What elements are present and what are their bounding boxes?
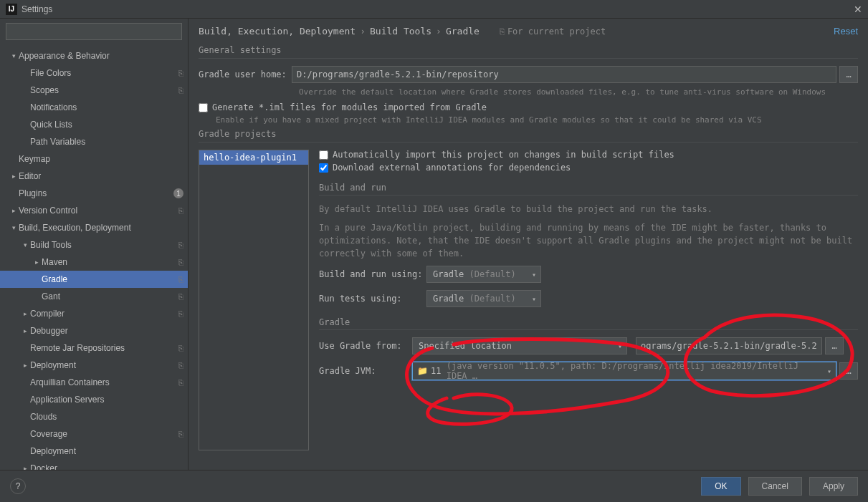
cancel-button[interactable]: Cancel: [748, 477, 802, 496]
browse-button[interactable]: …: [839, 66, 858, 83]
use-gradle-from-label: Use Gradle from:: [319, 341, 412, 351]
chevron-icon: ▸: [9, 207, 19, 214]
apply-button[interactable]: Apply: [809, 477, 858, 496]
sidebar-item-debugger[interactable]: ▸Debugger: [0, 322, 188, 339]
sidebar-item-label: Gradle: [42, 274, 178, 284]
per-project-icon: ⎘: [178, 275, 183, 284]
for-current-project-label: For current project: [500, 26, 606, 37]
sidebar-item-label: Coverage: [30, 429, 178, 439]
chevron-icon: ▸: [20, 327, 30, 334]
sidebar-item-label: Build Tools: [30, 240, 178, 250]
sidebar-item-maven[interactable]: ▸Maven⎘: [0, 254, 188, 271]
sidebar: 🔍 ▾Appearance & BehaviorFile Colors⎘Scop…: [0, 19, 189, 470]
gradle-projects-title: Gradle projects: [199, 129, 858, 143]
sidebar-item-label: Editor: [19, 171, 183, 181]
sidebar-item-version-control[interactable]: ▸Version Control⎘: [0, 202, 188, 219]
help-button[interactable]: ?: [10, 478, 26, 494]
titlebar: IJ Settings ✕: [0, 0, 868, 19]
sidebar-item-clouds[interactable]: Clouds: [0, 408, 188, 425]
sidebar-item-label: Version Control: [19, 206, 178, 216]
sidebar-item-label: Quick Lists: [30, 120, 183, 130]
sidebar-item-file-colors[interactable]: File Colors⎘: [0, 64, 188, 82]
per-project-icon: ⎘: [178, 430, 183, 438]
gradle-project-list[interactable]: hello-idea-plugin1: [199, 150, 309, 450]
per-project-icon: ⎘: [178, 378, 183, 387]
per-project-icon: ⎘: [178, 292, 183, 301]
sidebar-item-editor[interactable]: ▸Editor: [0, 168, 188, 185]
sidebar-item-gant[interactable]: Gant⎘: [0, 288, 188, 305]
sidebar-item-label: Remote Jar Repositories: [30, 343, 178, 353]
gradle-jvm-browse-button[interactable]: …: [839, 362, 858, 380]
run-tests-combo[interactable]: Gradle (Default): [426, 290, 541, 307]
sidebar-item-remote-jar-repositories[interactable]: Remote Jar Repositories⎘: [0, 339, 188, 357]
generate-iml-checkbox[interactable]: [199, 103, 208, 112]
sidebar-item-deployment[interactable]: ▸Deployment⎘: [0, 357, 188, 374]
reset-link[interactable]: Reset: [834, 26, 858, 37]
sidebar-item-deployment[interactable]: Deployment: [0, 443, 188, 460]
sidebar-item-coverage[interactable]: Coverage⎘: [0, 425, 188, 443]
general-settings-title: General settings: [199, 45, 858, 59]
settings-search-input[interactable]: [6, 23, 182, 40]
run-tests-label: Run tests using:: [319, 294, 426, 304]
gradle-jvm-combo[interactable]: 📁 11 (java version "11.0.5", path: D:/pr…: [412, 362, 836, 380]
sidebar-item-label: Gant: [42, 291, 178, 301]
gradle-location-input[interactable]: [636, 337, 822, 354]
gradle-subsection-title: Gradle: [319, 317, 858, 330]
sidebar-item-arquillian-containers[interactable]: Arquillian Containers⎘: [0, 374, 188, 391]
sidebar-item-label: Clouds: [30, 412, 183, 422]
sidebar-item-keymap[interactable]: Keymap: [0, 150, 188, 168]
chevron-icon: ▸: [20, 465, 30, 470]
sidebar-item-label: Scopes: [30, 85, 178, 95]
gradle-jvm-label: Gradle JVM:: [319, 366, 412, 376]
auto-import-checkbox[interactable]: [319, 150, 328, 160]
generate-iml-label: Generate *.iml files for modules importe…: [212, 102, 487, 112]
sidebar-item-notifications[interactable]: Notifications: [0, 99, 188, 116]
sidebar-item-quick-lists[interactable]: Quick Lists: [0, 116, 188, 133]
chevron-icon: ▾: [9, 52, 19, 59]
sidebar-item-label: Deployment: [30, 446, 183, 456]
auto-import-label: Automatically import this project on cha…: [333, 150, 674, 160]
gradle-location-browse-button[interactable]: …: [825, 337, 844, 354]
content-pane: Build, Execution, Deployment›Build Tools…: [189, 19, 868, 470]
per-project-icon: ⎘: [178, 309, 183, 318]
sidebar-item-label: Notifications: [30, 102, 183, 112]
app-logo: IJ: [6, 4, 17, 15]
sidebar-item-path-variables[interactable]: Path Variables: [0, 133, 188, 150]
breadcrumb: Build, Execution, Deployment›Build Tools…: [199, 26, 480, 37]
per-project-icon: ⎘: [178, 344, 183, 352]
sidebar-item-compiler[interactable]: ▸Compiler⎘: [0, 305, 188, 322]
gradle-user-home-input[interactable]: [292, 66, 836, 83]
sidebar-item-label: Plugins: [19, 188, 173, 198]
sidebar-item-label: Arquillian Containers: [30, 377, 178, 387]
per-project-icon: ⎘: [178, 361, 183, 370]
chevron-icon: ▸: [20, 362, 30, 369]
sidebar-item-scopes[interactable]: Scopes⎘: [0, 82, 188, 99]
sidebar-item-label: Path Variables: [30, 137, 183, 147]
sidebar-item-label: Docker: [30, 463, 183, 470]
ok-button[interactable]: OK: [701, 477, 740, 496]
sidebar-item-gradle[interactable]: Gradle⎘: [0, 271, 188, 288]
chevron-icon: ▾: [9, 224, 19, 231]
use-gradle-from-combo[interactable]: Specified location: [412, 337, 627, 354]
sidebar-item-build-tools[interactable]: ▾Build Tools⎘: [0, 236, 188, 254]
generate-iml-hint: Enable if you have a mixed project with …: [216, 115, 858, 125]
download-annotations-checkbox[interactable]: [319, 163, 328, 173]
build-and-run-title: Build and run: [319, 183, 858, 196]
close-icon[interactable]: ✕: [854, 4, 862, 15]
per-project-icon: ⎘: [178, 241, 183, 249]
sidebar-item-application-servers[interactable]: Application Servers: [0, 391, 188, 408]
build-using-combo[interactable]: Gradle (Default): [426, 266, 541, 283]
sidebar-item-docker[interactable]: ▸Docker: [0, 460, 188, 470]
download-annotations-label: Download external annotations for depend…: [333, 163, 571, 173]
badge: 1: [173, 188, 183, 198]
per-project-icon: ⎘: [178, 206, 183, 215]
sidebar-item-label: Build, Execution, Deployment: [19, 223, 183, 233]
per-project-icon: ⎘: [178, 69, 183, 77]
chevron-icon: ▸: [32, 259, 42, 266]
sidebar-item-label: Compiler: [30, 309, 178, 319]
gradle-user-home-hint: Override the default location where Grad…: [299, 87, 858, 97]
sidebar-item-plugins[interactable]: Plugins1: [0, 185, 188, 202]
sidebar-item-appearance-behavior[interactable]: ▾Appearance & Behavior: [0, 47, 188, 64]
sidebar-item-build-execution-deployment[interactable]: ▾Build, Execution, Deployment: [0, 219, 188, 236]
project-list-item[interactable]: hello-idea-plugin1: [199, 150, 308, 165]
